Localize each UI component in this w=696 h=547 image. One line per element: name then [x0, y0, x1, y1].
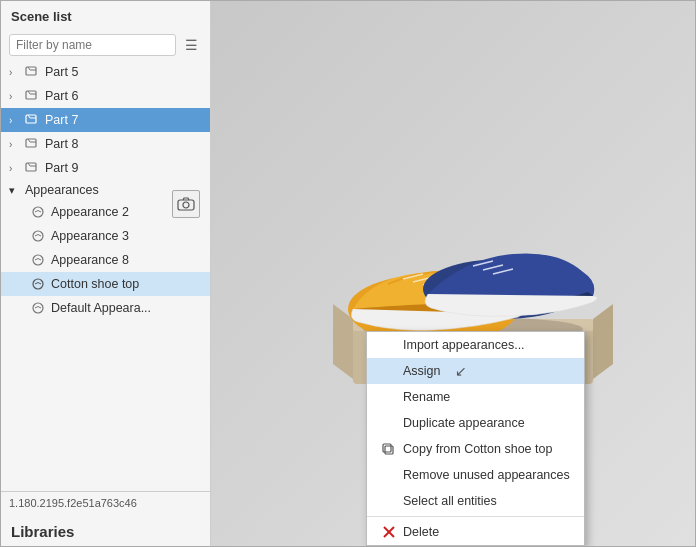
appearance-icon-default [29, 299, 47, 317]
svg-rect-0 [26, 67, 36, 75]
cm-duplicate-icon [381, 415, 397, 431]
cm-copy-from[interactable]: Copy from Cotton shoe top [367, 436, 584, 462]
tree-item-cotton-shoe-top[interactable]: Cotton shoe top [1, 272, 210, 296]
cm-divider [367, 516, 584, 517]
list-view-icon[interactable]: ☰ [180, 34, 202, 56]
tree-item-appearance8[interactable]: Appearance 8 [1, 248, 210, 272]
part-icon-part8 [23, 135, 41, 153]
svg-point-7 [33, 207, 43, 217]
cm-select-all-label: Select all entities [403, 494, 497, 508]
label-default-appearance: Default Appeara... [51, 301, 151, 315]
cm-remove-label: Remove unused appearances [403, 468, 570, 482]
part-icon-part9 [23, 159, 41, 177]
arrow-part6: › [9, 91, 23, 102]
status-text: 1.180.2195.f2e51a763c46 [9, 497, 137, 509]
tree-item-part9[interactable]: › Part 9 [1, 156, 210, 180]
label-cotton-shoe-top: Cotton shoe top [51, 277, 139, 291]
right-panel: Import appearances... Assign ↙ Rename Du… [211, 1, 695, 546]
cm-assign-label: Assign [403, 364, 441, 378]
svg-point-10 [33, 279, 43, 289]
cursor-indicator: ↙ [455, 363, 467, 379]
cm-delete-label: Delete [403, 525, 439, 539]
cm-duplicate-appearance[interactable]: Duplicate appearance [367, 410, 584, 436]
cm-assign[interactable]: Assign ↙ [367, 358, 584, 384]
cm-rename-icon [381, 389, 397, 405]
svg-rect-2 [26, 115, 36, 123]
cm-remove-unused[interactable]: Remove unused appearances [367, 462, 584, 488]
arrow-part7: › [9, 115, 23, 126]
svg-rect-19 [385, 446, 393, 454]
label-appearance2: Appearance 2 [51, 205, 129, 219]
label-part6: Part 6 [45, 89, 78, 103]
tree-item-part6[interactable]: › Part 6 [1, 84, 210, 108]
cm-import-appearances[interactable]: Import appearances... [367, 332, 584, 358]
appearance-icon-cotton [29, 275, 47, 293]
scene-list-title: Scene list [1, 1, 210, 30]
cm-copy-icon [381, 441, 397, 457]
cm-select-all[interactable]: Select all entities [367, 488, 584, 514]
cm-assign-icon [381, 363, 397, 379]
label-part5: Part 5 [45, 65, 78, 79]
svg-point-11 [33, 303, 43, 313]
appearance-icon-2 [29, 203, 47, 221]
svg-rect-1 [26, 91, 36, 99]
appearances-arrow: ▾ [9, 184, 23, 197]
tree-item-appearance3[interactable]: Appearance 3 [1, 224, 210, 248]
main-container: Scene list ☰ › Part 5 › [0, 0, 696, 547]
svg-point-6 [183, 202, 189, 208]
cm-delete-icon [381, 524, 397, 540]
appearances-label: Appearances [25, 183, 99, 197]
cm-remove-icon [381, 467, 397, 483]
svg-point-9 [33, 255, 43, 265]
left-panel: Scene list ☰ › Part 5 › [1, 1, 211, 546]
appearance-icon-8 [29, 251, 47, 269]
cm-rename[interactable]: Rename [367, 384, 584, 410]
cm-delete[interactable]: Delete [367, 519, 584, 545]
label-appearance3: Appearance 3 [51, 229, 129, 243]
part-icon-part6 [23, 87, 41, 105]
arrow-part9: › [9, 163, 23, 174]
content-area: Scene list ☰ › Part 5 › [1, 1, 695, 546]
libraries-header: Libraries [1, 513, 210, 546]
tree-item-part5[interactable]: › Part 5 [1, 60, 210, 84]
svg-rect-20 [383, 444, 391, 452]
tree-item-part8[interactable]: › Part 8 [1, 132, 210, 156]
label-part9: Part 9 [45, 161, 78, 175]
filter-row: ☰ [1, 30, 210, 60]
filter-input[interactable] [9, 34, 176, 56]
label-appearance8: Appearance 8 [51, 253, 129, 267]
arrow-part5: › [9, 67, 23, 78]
context-menu: Import appearances... Assign ↙ Rename Du… [366, 331, 585, 546]
appearance-icon-3 [29, 227, 47, 245]
label-part8: Part 8 [45, 137, 78, 151]
svg-rect-3 [26, 139, 36, 147]
part-icon-part7 [23, 111, 41, 129]
cm-select-all-icon [381, 493, 397, 509]
status-bar: 1.180.2195.f2e51a763c46 [1, 491, 210, 513]
cm-import-label: Import appearances... [403, 338, 525, 352]
cm-copy-label: Copy from Cotton shoe top [403, 442, 552, 456]
tree-item-default-appearance[interactable]: Default Appeara... [1, 296, 210, 320]
cm-import-icon [381, 337, 397, 353]
tree-item-part7[interactable]: › Part 7 [1, 108, 210, 132]
cm-duplicate-label: Duplicate appearance [403, 416, 525, 430]
part-icon-part5 [23, 63, 41, 81]
label-part7: Part 7 [45, 113, 78, 127]
arrow-part8: › [9, 139, 23, 150]
cm-rename-label: Rename [403, 390, 450, 404]
svg-marker-14 [593, 304, 613, 379]
tree-container[interactable]: › Part 5 › Part 6 › [1, 60, 210, 491]
svg-point-8 [33, 231, 43, 241]
camera-icon-button[interactable] [172, 190, 200, 218]
svg-rect-4 [26, 163, 36, 171]
